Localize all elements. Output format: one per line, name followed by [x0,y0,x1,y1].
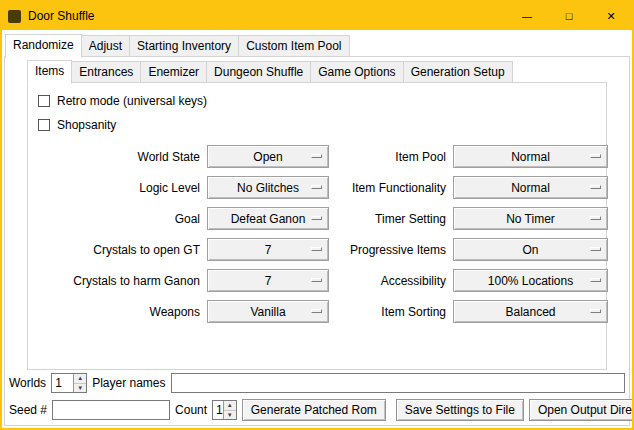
count-value: 1 [213,401,223,419]
settings-grid: World State Open Item Pool Normal Logic … [36,145,606,323]
timer-setting-label: Timer Setting [336,212,446,226]
dropdown-indicator-icon [590,247,601,251]
dropdown-indicator-icon [311,278,322,282]
shopsanity-label: Shopsanity [57,118,116,132]
tab-generation-setup[interactable]: Generation Setup [403,61,513,83]
count-spinbox[interactable]: 1 ▲ ▼ [212,400,237,420]
dropdown-indicator-icon [590,309,601,313]
item-sorting-dropdown[interactable]: Balanced [453,300,608,323]
goal-dropdown[interactable]: Defeat Ganon [207,207,329,230]
crystals-open-gt-dropdown[interactable]: 7 [207,238,329,261]
bottom-controls: Worlds 1 ▲ ▼ Player names Seed # Count 1 [9,372,625,421]
tab-items[interactable]: Items [27,60,72,84]
generate-patched-rom-button[interactable]: Generate Patched Rom [242,399,386,421]
item-functionality-value: Normal [511,181,550,195]
maximize-button[interactable]: □ [548,2,590,30]
spin-down-icon[interactable]: ▼ [224,411,236,420]
tab-enemizer[interactable]: Enemizer [140,61,207,83]
dropdown-indicator-icon [311,185,322,189]
tab-game-options[interactable]: Game Options [310,61,403,83]
weapons-dropdown[interactable]: Vanilla [207,300,329,323]
tab-randomize[interactable]: Randomize [5,34,82,58]
titlebar: Door Shuffle — □ ✕ [2,2,632,30]
weapons-label: Weapons [36,305,200,319]
item-sorting-value: Balanced [505,305,555,319]
item-pool-dropdown[interactable]: Normal [453,145,608,168]
tab-custom-item-pool[interactable]: Custom Item Pool [238,35,349,57]
accessibility-label: Accessibility [336,274,446,288]
items-tab-panel: Retro mode (universal keys) Shopsanity W… [27,82,607,370]
crystals-open-gt-value: 7 [265,243,272,257]
player-names-label: Player names [92,376,165,390]
player-names-input[interactable] [171,373,626,393]
window-title: Door Shuffle [28,9,95,23]
dropdown-indicator-icon [590,216,601,220]
accessibility-dropdown[interactable]: 100% Locations [453,269,608,292]
tab-entrances[interactable]: Entrances [71,61,141,83]
logic-level-value: No Glitches [237,181,299,195]
spin-up-icon[interactable]: ▲ [74,374,86,384]
progressive-items-dropdown[interactable]: On [453,238,608,261]
count-label: Count [175,403,207,417]
progressive-items-value: On [522,243,538,257]
item-pool-label: Item Pool [336,150,446,164]
item-sorting-label: Item Sorting [336,305,446,319]
dropdown-indicator-icon [590,278,601,282]
item-functionality-dropdown[interactable]: Normal [453,176,608,199]
window-controls: — □ ✕ [506,2,632,30]
dropdown-indicator-icon [311,216,322,220]
app-icon [8,10,21,23]
crystals-harm-ganon-label: Crystals to harm Ganon [36,274,200,288]
worlds-label: Worlds [9,376,46,390]
maximize-icon: □ [566,10,573,22]
minimize-icon: — [522,11,532,22]
worlds-value: 1 [52,374,73,392]
goal-label: Goal [36,212,200,226]
minimize-button[interactable]: — [506,2,548,30]
accessibility-value: 100% Locations [488,274,573,288]
spin-up-icon[interactable]: ▲ [224,401,236,411]
tab-starting-inventory[interactable]: Starting Inventory [129,35,239,57]
crystals-open-gt-label: Crystals to open GT [36,243,200,257]
retro-mode-checkbox[interactable] [38,95,50,107]
randomize-tab-panel: Items Entrances Enemizer Dungeon Shuffle… [4,56,630,426]
open-output-directory-button[interactable]: Open Output Directory [529,399,634,421]
dropdown-indicator-icon [590,154,601,158]
close-button[interactable]: ✕ [590,2,632,30]
goal-value: Defeat Ganon [231,212,306,226]
logic-level-label: Logic Level [36,181,200,195]
timer-setting-dropdown[interactable]: No Timer [453,207,608,230]
shopsanity-checkbox[interactable] [38,119,50,131]
world-state-dropdown[interactable]: Open [207,145,329,168]
crystals-harm-ganon-dropdown[interactable]: 7 [207,269,329,292]
retro-mode-row: Retro mode (universal keys) [38,89,606,113]
seed-label: Seed # [9,403,47,417]
retro-mode-label: Retro mode (universal keys) [57,94,207,108]
sub-tab-bar: Items Entrances Enemizer Dungeon Shuffle… [5,57,629,83]
main-tab-bar: Randomize Adjust Starting Inventory Cust… [2,30,632,57]
dropdown-indicator-icon [311,154,322,158]
weapons-value: Vanilla [250,305,285,319]
worlds-row: Worlds 1 ▲ ▼ Player names [9,372,625,394]
logic-level-dropdown[interactable]: No Glitches [207,176,329,199]
item-functionality-label: Item Functionality [336,181,446,195]
save-settings-button[interactable]: Save Settings to File [396,399,524,421]
tab-adjust[interactable]: Adjust [81,35,130,57]
tab-dungeon-shuffle[interactable]: Dungeon Shuffle [206,61,311,83]
seed-input[interactable] [52,400,170,420]
dropdown-indicator-icon [590,185,601,189]
timer-setting-value: No Timer [506,212,555,226]
world-state-value: Open [253,150,282,164]
worlds-spin-arrows: ▲ ▼ [73,374,86,392]
crystals-harm-ganon-value: 7 [265,274,272,288]
shopsanity-row: Shopsanity [38,113,606,137]
close-icon: ✕ [606,10,615,23]
count-spin-arrows: ▲ ▼ [223,401,236,419]
item-pool-value: Normal [511,150,550,164]
world-state-label: World State [36,150,200,164]
seed-row: Seed # Count 1 ▲ ▼ Generate Patched Rom … [9,399,625,421]
dropdown-indicator-icon [311,309,322,313]
dropdown-indicator-icon [311,247,322,251]
worlds-spinbox[interactable]: 1 ▲ ▼ [51,373,87,393]
spin-down-icon[interactable]: ▼ [74,384,86,393]
